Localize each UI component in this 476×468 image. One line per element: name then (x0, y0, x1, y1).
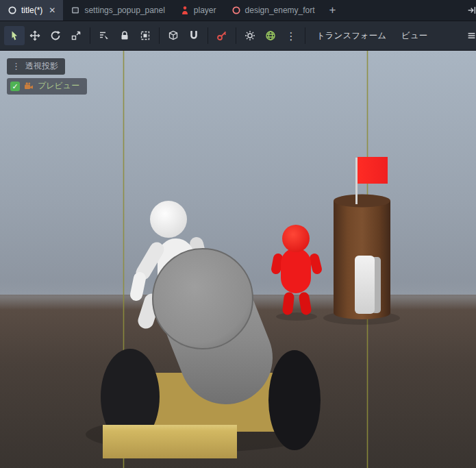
cannon-wheel-right (268, 350, 321, 450)
expand-icon (467, 5, 476, 16)
scene-tab-bar: title(*) ✕ settings_popup_panel player d… (0, 0, 476, 21)
tab-label: player (194, 5, 216, 15)
select-tool-button[interactable] (4, 26, 25, 45)
toolbar-separator (305, 27, 305, 44)
toolbar-separator (236, 27, 236, 44)
panel-menu-button[interactable] (467, 21, 476, 50)
move-tool-button[interactable] (25, 26, 45, 45)
close-tab-icon[interactable]: ✕ (49, 6, 55, 14)
preview-settings-menu-button[interactable]: ⋮ (281, 26, 301, 45)
toolbar-separator (159, 27, 160, 44)
animation-key-icon (216, 30, 227, 41)
lock-icon (119, 30, 130, 41)
character-node-icon (180, 5, 190, 15)
selection-list-button[interactable] (94, 26, 114, 45)
sun-icon (245, 30, 255, 41)
snap-toggle-button[interactable] (184, 26, 204, 45)
camera-icon (24, 82, 34, 91)
spatial-toolbar: ⋮ トランスフォーム ビュー (0, 21, 476, 51)
godot-editor-window: title(*) ✕ settings_popup_panel player d… (0, 0, 476, 468)
animation-key-button[interactable] (212, 26, 232, 45)
rotate-icon (50, 30, 61, 41)
expand-panel-button[interactable] (467, 0, 476, 21)
node-circle-icon (8, 5, 17, 15)
3d-scene[interactable] (0, 51, 476, 468)
lock-node-button[interactable] (114, 26, 135, 45)
scale-tool-button[interactable] (66, 26, 86, 45)
3d-viewport[interactable]: ⋮ 透視投影 ✓ プレビュー (0, 51, 476, 468)
preview-sun-button[interactable] (240, 26, 260, 45)
preview-checkbox[interactable]: ✓ (10, 82, 20, 91)
projection-menu-button[interactable]: ⋮ 透視投影 (7, 58, 65, 75)
tower-door (355, 256, 375, 314)
selection-list-icon (99, 30, 110, 41)
tab-player[interactable]: player (173, 0, 224, 21)
preview-label: プレビュー (38, 80, 79, 92)
tab-label: settings_popup_panel (84, 5, 164, 15)
select-arrow-icon (9, 30, 20, 41)
hamburger-icon (467, 30, 476, 41)
toolbar-separator (208, 27, 208, 44)
kebab-menu-icon: ⋮ (286, 31, 297, 41)
cube-icon (168, 30, 179, 41)
environment-globe-icon (265, 30, 276, 41)
tab-title[interactable]: title(*) ✕ (0, 0, 63, 21)
add-scene-tab-button[interactable]: + (323, 0, 343, 21)
rotate-tool-button[interactable] (45, 26, 66, 45)
toolbar-separator (90, 27, 90, 44)
camera-preview-toggle[interactable]: ✓ プレビュー (7, 78, 87, 95)
transform-menu[interactable]: トランスフォーム (309, 30, 394, 42)
group-icon (140, 30, 151, 41)
tab-label: title(*) (21, 5, 42, 15)
local-space-button[interactable] (163, 26, 184, 45)
move-icon (29, 30, 40, 41)
preview-environment-button[interactable] (260, 26, 281, 45)
group-node-button[interactable] (135, 26, 155, 45)
flag-pole (355, 158, 358, 204)
node3d-circle-icon (231, 5, 241, 15)
scale-icon (71, 30, 82, 41)
panel-node-icon (71, 5, 80, 15)
magnet-icon (188, 30, 199, 41)
view-menu[interactable]: ビュー (394, 30, 435, 42)
tab-settings-popup-panel[interactable]: settings_popup_panel (63, 0, 172, 21)
viewport-menu-icon: ⋮ (12, 62, 21, 71)
cannon-base (103, 425, 237, 458)
tab-design-enemy-fort[interactable]: design_enemy_fort (224, 0, 323, 21)
tab-label: design_enemy_fort (245, 5, 315, 15)
flag (358, 157, 388, 184)
cannon-muzzle (153, 249, 253, 349)
projection-label: 透視投影 (25, 60, 58, 72)
